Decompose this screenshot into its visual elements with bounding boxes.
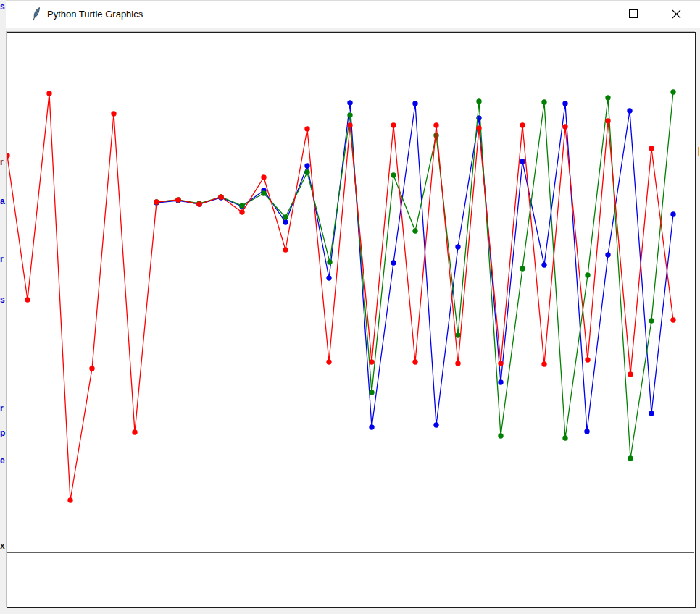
background-text-fragment: e xyxy=(0,456,6,465)
background-text-fragment: s xyxy=(0,2,6,11)
background-text-fragment: s xyxy=(0,295,6,304)
maximize-button[interactable] xyxy=(617,0,650,28)
maximize-icon xyxy=(629,9,638,18)
background-window-strip[interactable]: srarsrpex xyxy=(0,0,6,614)
turtle-canvas[interactable] xyxy=(7,32,696,608)
minimize-button[interactable] xyxy=(575,0,608,28)
window-title: Python Turtle Graphics xyxy=(47,9,143,20)
minimize-icon xyxy=(587,14,596,14)
python-feather-icon xyxy=(30,7,42,21)
background-text-fragment: a xyxy=(0,197,6,206)
background-text-fragment: r xyxy=(0,255,6,264)
background-text-fragment: r xyxy=(0,158,6,167)
background-text-fragment: x xyxy=(0,542,6,550)
close-button[interactable] xyxy=(659,0,693,28)
desktop: { "window": { "title": "Python Turtle Gr… xyxy=(0,0,700,614)
close-icon xyxy=(672,9,681,19)
background-window-right-fragment xyxy=(698,147,699,156)
background-text-fragment: p xyxy=(0,429,6,437)
background-text-fragment: r xyxy=(0,404,6,413)
